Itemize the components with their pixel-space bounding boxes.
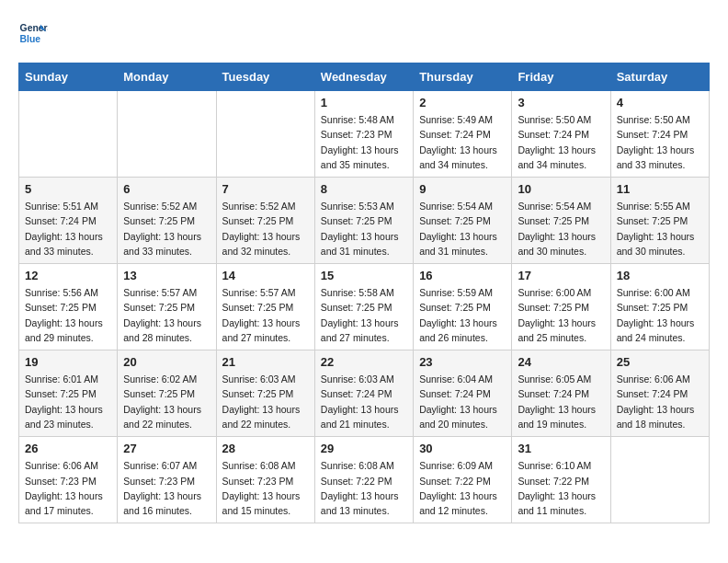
day-info: Sunrise: 5:54 AMSunset: 7:25 PMDaylight:…: [518, 199, 604, 259]
calendar-cell: 17Sunrise: 6:00 AMSunset: 7:25 PMDayligh…: [512, 264, 610, 350]
day-info: Sunrise: 5:51 AMSunset: 7:24 PMDaylight:…: [25, 199, 111, 259]
day-number: 11: [617, 182, 703, 196]
day-info: Sunrise: 5:57 AMSunset: 7:25 PMDaylight:…: [222, 285, 309, 345]
day-info: Sunrise: 6:02 AMSunset: 7:25 PMDaylight:…: [123, 372, 210, 431]
calendar-cell: 2Sunrise: 5:49 AMSunset: 7:24 PMDaylight…: [414, 91, 512, 178]
day-number: 13: [123, 269, 210, 282]
day-number: 5: [25, 182, 111, 196]
calendar-cell: 30Sunrise: 6:09 AMSunset: 7:22 PMDayligh…: [414, 437, 512, 523]
day-info: Sunrise: 6:03 AMSunset: 7:25 PMDaylight:…: [222, 372, 309, 431]
day-number: 31: [518, 442, 604, 455]
day-info: Sunrise: 6:00 AMSunset: 7:25 PMDaylight:…: [617, 285, 703, 345]
day-number: 20: [123, 355, 210, 369]
calendar-cell: 29Sunrise: 6:08 AMSunset: 7:22 PMDayligh…: [314, 437, 413, 523]
weekday-header: Tuesday: [216, 63, 314, 91]
day-info: Sunrise: 6:07 AMSunset: 7:23 PMDaylight:…: [123, 458, 210, 518]
day-number: 9: [419, 182, 506, 196]
weekday-header: Sunday: [19, 63, 118, 91]
calendar-cell: 8Sunrise: 5:53 AMSunset: 7:25 PMDaylight…: [314, 178, 413, 264]
calendar-table: SundayMondayTuesdayWednesdayThursdayFrid…: [18, 63, 710, 523]
day-info: Sunrise: 6:03 AMSunset: 7:24 PMDaylight:…: [321, 372, 407, 431]
calendar-cell: 24Sunrise: 6:05 AMSunset: 7:24 PMDayligh…: [512, 350, 610, 437]
day-info: Sunrise: 6:08 AMSunset: 7:22 PMDaylight:…: [321, 458, 407, 518]
day-info: Sunrise: 6:06 AMSunset: 7:23 PMDaylight:…: [25, 458, 111, 518]
day-number: 10: [518, 182, 604, 196]
day-info: Sunrise: 5:58 AMSunset: 7:25 PMDaylight:…: [321, 285, 407, 345]
day-info: Sunrise: 6:08 AMSunset: 7:23 PMDaylight:…: [222, 458, 309, 518]
day-info: Sunrise: 5:57 AMSunset: 7:25 PMDaylight:…: [123, 285, 210, 345]
day-info: Sunrise: 6:01 AMSunset: 7:25 PMDaylight:…: [25, 372, 111, 431]
weekday-header: Friday: [512, 63, 610, 91]
day-number: 12: [25, 269, 111, 282]
calendar-cell: 19Sunrise: 6:01 AMSunset: 7:25 PMDayligh…: [19, 350, 118, 437]
calendar-cell: [19, 91, 118, 178]
day-number: 18: [617, 269, 703, 282]
day-info: Sunrise: 5:50 AMSunset: 7:24 PMDaylight:…: [617, 112, 703, 172]
logo: General Blue: [18, 18, 51, 48]
calendar-cell: 16Sunrise: 5:59 AMSunset: 7:25 PMDayligh…: [414, 264, 512, 350]
calendar-cell: 15Sunrise: 5:58 AMSunset: 7:25 PMDayligh…: [314, 264, 413, 350]
day-number: 15: [321, 269, 407, 282]
day-number: 7: [222, 182, 309, 196]
day-info: Sunrise: 5:55 AMSunset: 7:25 PMDaylight:…: [617, 199, 703, 259]
day-number: 19: [25, 355, 111, 369]
day-number: 24: [518, 355, 604, 369]
day-number: 3: [518, 96, 604, 109]
day-number: 6: [123, 182, 210, 196]
calendar-cell: 21Sunrise: 6:03 AMSunset: 7:25 PMDayligh…: [216, 350, 314, 437]
calendar-cell: 26Sunrise: 6:06 AMSunset: 7:23 PMDayligh…: [19, 437, 118, 523]
day-number: 2: [419, 96, 506, 109]
day-number: 16: [419, 269, 506, 282]
calendar-cell: 22Sunrise: 6:03 AMSunset: 7:24 PMDayligh…: [314, 350, 413, 437]
day-info: Sunrise: 6:09 AMSunset: 7:22 PMDaylight:…: [419, 458, 506, 518]
day-info: Sunrise: 5:52 AMSunset: 7:25 PMDaylight:…: [123, 199, 210, 259]
calendar-cell: [216, 91, 314, 178]
day-info: Sunrise: 5:50 AMSunset: 7:24 PMDaylight:…: [518, 112, 604, 172]
calendar-cell: 13Sunrise: 5:57 AMSunset: 7:25 PMDayligh…: [118, 264, 216, 350]
day-info: Sunrise: 5:53 AMSunset: 7:25 PMDaylight:…: [321, 199, 407, 259]
day-info: Sunrise: 6:10 AMSunset: 7:22 PMDaylight:…: [518, 458, 604, 518]
day-number: 26: [25, 442, 111, 455]
calendar-cell: 1Sunrise: 5:48 AMSunset: 7:23 PMDaylight…: [314, 91, 413, 178]
calendar-cell: 9Sunrise: 5:54 AMSunset: 7:25 PMDaylight…: [414, 178, 512, 264]
day-number: 25: [617, 355, 703, 369]
day-number: 14: [222, 269, 309, 282]
calendar-cell: 27Sunrise: 6:07 AMSunset: 7:23 PMDayligh…: [118, 437, 216, 523]
calendar-header: SundayMondayTuesdayWednesdayThursdayFrid…: [19, 63, 710, 91]
day-info: Sunrise: 5:56 AMSunset: 7:25 PMDaylight:…: [25, 285, 111, 345]
day-number: 21: [222, 355, 309, 369]
day-info: Sunrise: 6:00 AMSunset: 7:25 PMDaylight:…: [518, 285, 604, 345]
calendar-cell: 4Sunrise: 5:50 AMSunset: 7:24 PMDaylight…: [610, 91, 709, 178]
day-info: Sunrise: 5:48 AMSunset: 7:23 PMDaylight:…: [321, 112, 407, 172]
day-info: Sunrise: 5:52 AMSunset: 7:25 PMDaylight:…: [222, 199, 309, 259]
day-number: 23: [419, 355, 506, 369]
calendar-cell: 25Sunrise: 6:06 AMSunset: 7:24 PMDayligh…: [610, 350, 709, 437]
day-number: 27: [123, 442, 210, 455]
day-number: 22: [321, 355, 407, 369]
calendar-cell: 10Sunrise: 5:54 AMSunset: 7:25 PMDayligh…: [512, 178, 610, 264]
page-header: General Blue: [18, 18, 710, 48]
day-info: Sunrise: 5:54 AMSunset: 7:25 PMDaylight:…: [419, 199, 506, 259]
day-number: 17: [518, 269, 604, 282]
weekday-header: Thursday: [414, 63, 512, 91]
calendar-cell: [610, 437, 709, 523]
day-number: 8: [321, 182, 407, 196]
day-number: 4: [617, 96, 703, 109]
day-number: 30: [419, 442, 506, 455]
calendar-cell: 3Sunrise: 5:50 AMSunset: 7:24 PMDaylight…: [512, 91, 610, 178]
day-info: Sunrise: 6:06 AMSunset: 7:24 PMDaylight:…: [617, 372, 703, 431]
day-info: Sunrise: 6:04 AMSunset: 7:24 PMDaylight:…: [419, 372, 506, 431]
calendar-cell: 20Sunrise: 6:02 AMSunset: 7:25 PMDayligh…: [118, 350, 216, 437]
calendar-cell: 11Sunrise: 5:55 AMSunset: 7:25 PMDayligh…: [610, 178, 709, 264]
day-number: 1: [321, 96, 407, 109]
calendar-cell: [118, 91, 216, 178]
day-number: 28: [222, 442, 309, 455]
calendar-cell: 18Sunrise: 6:00 AMSunset: 7:25 PMDayligh…: [610, 264, 709, 350]
day-number: 29: [321, 442, 407, 455]
logo-icon: General Blue: [18, 18, 48, 48]
calendar-cell: 23Sunrise: 6:04 AMSunset: 7:24 PMDayligh…: [414, 350, 512, 437]
calendar-cell: 6Sunrise: 5:52 AMSunset: 7:25 PMDaylight…: [118, 178, 216, 264]
day-info: Sunrise: 5:49 AMSunset: 7:24 PMDaylight:…: [419, 112, 506, 172]
calendar-cell: 31Sunrise: 6:10 AMSunset: 7:22 PMDayligh…: [512, 437, 610, 523]
calendar-cell: 5Sunrise: 5:51 AMSunset: 7:24 PMDaylight…: [19, 178, 118, 264]
